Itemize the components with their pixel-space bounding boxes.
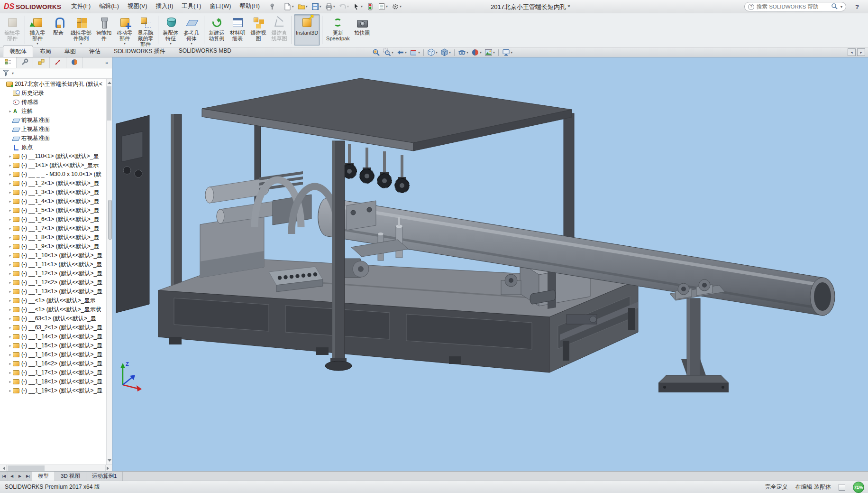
- tree-item[interactable]: ▸(-) __1_14<1> (默认<<默认>_显: [1, 332, 105, 341]
- scroll-right-icon[interactable]: [105, 465, 112, 471]
- expander-icon[interactable]: ▸: [8, 154, 13, 158]
- tree-item[interactable]: ▸注解: [1, 107, 105, 116]
- expander-icon[interactable]: ▸: [8, 335, 13, 339]
- expander-icon[interactable]: ▸: [8, 190, 13, 195]
- expander-icon[interactable]: ▸: [8, 289, 13, 294]
- tree-item[interactable]: ▸(-) __1_4<1> (默认<<默认>_显: [1, 197, 105, 206]
- document-tab-motion-study-1[interactable]: 运动算例1: [86, 472, 123, 481]
- expander-icon[interactable]: ▸: [8, 298, 13, 303]
- tab-propertymanager[interactable]: [17, 57, 33, 68]
- new-document-button[interactable]: ▾: [282, 2, 296, 11]
- tree-item[interactable]: ▸(-) __1_16<1> (默认<<默认>_显: [1, 350, 105, 359]
- menu-view[interactable]: 视图(V): [123, 0, 152, 12]
- expander-icon[interactable]: ▸: [8, 353, 13, 357]
- tree-item[interactable]: ▸(-) __ _ _ - M30.0 x 10.0<1> (默: [1, 170, 105, 179]
- options-button[interactable]: ▾: [390, 2, 403, 11]
- expander-icon[interactable]: ▸: [8, 280, 13, 285]
- tree-item[interactable]: ▸(-) __63_2<1> (默认<<默认>_显: [1, 323, 105, 332]
- expander-icon[interactable]: ▸: [8, 389, 13, 393]
- save-button[interactable]: ▾: [310, 2, 323, 11]
- expander-icon[interactable]: ▸: [8, 163, 13, 167]
- take-snapshot-button[interactable]: 拍快照: [352, 14, 373, 46]
- tree-item[interactable]: ▸(-) __1_5<1> (默认<<默认>_显: [1, 206, 105, 215]
- tree-item[interactable]: 前视基准面: [1, 116, 105, 125]
- scroll-thumb[interactable]: [8, 465, 45, 471]
- tree-item[interactable]: ▸(-) __1_7<1> (默认<<默认>_显: [1, 224, 105, 233]
- expander-icon[interactable]: ▸: [8, 172, 13, 177]
- filter-caret-icon[interactable]: ▾: [12, 71, 14, 75]
- tab-nav-next-button[interactable]: ▶: [16, 472, 24, 481]
- section-view-button[interactable]: ▾: [408, 48, 421, 57]
- tree-item[interactable]: ▸(-) __1_13<1> (默认<<默认>_显: [1, 287, 105, 296]
- tree-item[interactable]: 传感器: [1, 98, 105, 107]
- document-tab-model[interactable]: 模型: [32, 472, 55, 481]
- expander-icon[interactable]: ▸: [8, 235, 13, 240]
- rebuild-button[interactable]: [365, 2, 376, 11]
- search-icon[interactable]: [831, 3, 838, 11]
- tree-item[interactable]: ▸(-) __<1> (默认<<默认>_显示: [1, 296, 105, 305]
- tab-nav-prev-button[interactable]: ◀: [8, 472, 16, 481]
- tree-item[interactable]: 右视基准面: [1, 134, 105, 143]
- expander-icon[interactable]: ▸: [8, 316, 13, 321]
- view-settings-button[interactable]: ▾: [501, 48, 514, 57]
- tab-displaymanager[interactable]: [66, 57, 83, 68]
- explode-line-sketch-button[interactable]: 爆炸直线草图: [269, 14, 290, 46]
- tree-item[interactable]: ▸(-) __1_2<1> (默认<<默认>_显: [1, 179, 105, 188]
- tab-assembly[interactable]: 装配体: [3, 46, 33, 57]
- tree-item[interactable]: ▸(-) __<1> (默认<<默认>_显示状: [1, 305, 105, 314]
- select-button[interactable]: ▾: [351, 2, 365, 11]
- tree-item[interactable]: ▸(-) __1_12<2> (默认<<默认>_显: [1, 278, 105, 287]
- new-motion-study-button[interactable]: 新建运动算例: [206, 14, 227, 46]
- tab-dimxpertmanager[interactable]: [50, 57, 66, 68]
- tree-item[interactable]: ▸(-) __1_9<1> (默认<<默认>_显: [1, 242, 105, 251]
- 3d-model[interactable]: Z: [112, 57, 868, 471]
- tree-item[interactable]: ▸(-) __110<1> (默认<<默认>_显: [1, 152, 105, 161]
- menu-tools[interactable]: 工具(T): [177, 0, 205, 12]
- model-cabinet[interactable]: [116, 115, 149, 313]
- tree-item[interactable]: ▸(-) __1_11<1> (默认<<默认>_显: [1, 260, 105, 269]
- edit-component-button[interactable]: 编辑零部件: [2, 14, 23, 46]
- scroll-up-icon[interactable]: [107, 79, 112, 85]
- menu-file[interactable]: 文件(F): [67, 0, 95, 12]
- document-tab-3d-views[interactable]: 3D 视图: [55, 472, 86, 481]
- expander-icon[interactable]: ▸: [8, 262, 13, 267]
- tree-item[interactable]: ▸(-) __1_19<1> (默认<<默认>_显: [1, 386, 105, 395]
- exploded-view-button[interactable]: 爆炸视图: [248, 14, 269, 46]
- tab-layout[interactable]: 布局: [33, 46, 58, 57]
- tab-sw-addins[interactable]: SOLIDWORKS 插件: [107, 46, 172, 57]
- update-speedpak-button[interactable]: 更新Speedpak: [324, 14, 352, 46]
- expander-icon[interactable]: ▸: [8, 371, 13, 375]
- search-box[interactable]: ? ▾: [744, 2, 846, 11]
- menu-insert[interactable]: 插入(I): [152, 0, 178, 12]
- display-style-button[interactable]: ▾: [439, 48, 452, 57]
- expander-icon[interactable]: ▸: [8, 244, 13, 249]
- tab-configurationmanager[interactable]: [33, 57, 50, 68]
- collapse-pane-right-button[interactable]: ▸: [857, 48, 865, 56]
- tree-item[interactable]: ▸(-) __63<1> (默认<<默认>_显: [1, 314, 105, 323]
- expander-icon[interactable]: ▸: [8, 271, 13, 276]
- menu-window[interactable]: 窗口(W): [205, 0, 235, 12]
- tree-root[interactable]: 2017北京小王管端长短内孔 (默认<: [1, 80, 105, 89]
- expander-icon[interactable]: ▸: [8, 226, 13, 231]
- tree-item[interactable]: 历史记录: [1, 89, 105, 98]
- open-document-button[interactable]: ▾: [296, 2, 310, 11]
- expander-icon[interactable]: ▸: [8, 208, 13, 213]
- tree-vertical-scrollbar[interactable]: [106, 79, 112, 465]
- bom-button[interactable]: 材料明细表: [227, 14, 248, 46]
- tree-item[interactable]: 上视基准面: [1, 125, 105, 134]
- scroll-left-icon[interactable]: [0, 465, 7, 471]
- tree-item[interactable]: ▸(-) __1_12<1> (默认<<默认>_显: [1, 269, 105, 278]
- tab-nav-last-button[interactable]: ▶|: [24, 472, 32, 481]
- expander-icon[interactable]: ▸: [8, 326, 13, 330]
- move-component-button[interactable]: 移动零部件▾: [114, 14, 135, 46]
- filter-funnel-icon[interactable]: [2, 69, 9, 78]
- undo-button[interactable]: ▾: [337, 2, 351, 11]
- tree-item[interactable]: ▸(-) __1_17<1> (默认<<默认>_显: [1, 368, 105, 377]
- tab-sketch[interactable]: 草图: [58, 46, 82, 57]
- expander-icon[interactable]: ▸: [8, 307, 13, 312]
- panel-flyout-chevron[interactable]: »: [101, 57, 112, 68]
- edit-appearance-button[interactable]: ▾: [470, 48, 483, 57]
- tab-featuremanager[interactable]: [0, 57, 17, 68]
- customize-grid-icon[interactable]: [839, 484, 845, 491]
- expander-icon[interactable]: ▸: [8, 217, 13, 222]
